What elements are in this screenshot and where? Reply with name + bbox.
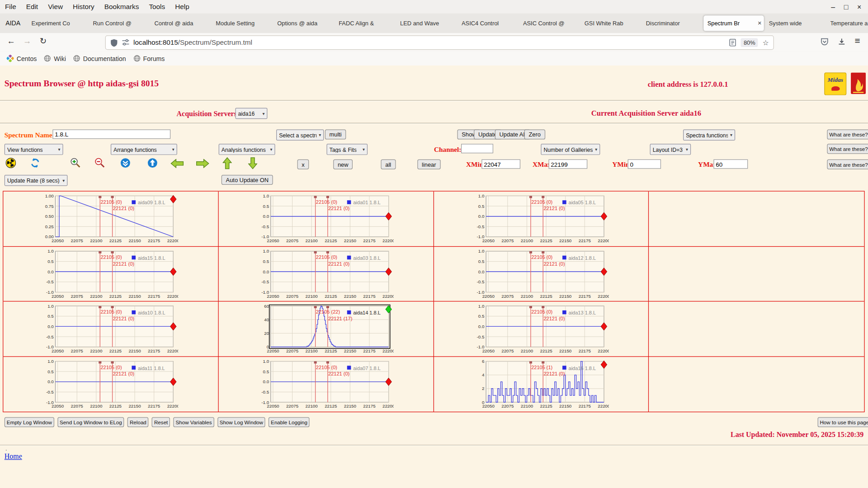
number-of-galleries-dropdown[interactable]: Number of Galleries▾ <box>541 144 600 155</box>
arrow-down-icon[interactable] <box>248 157 258 169</box>
tab-led-and-wave[interactable]: LED and Wave <box>396 15 457 31</box>
tab-asic-control[interactable]: ASIC Control @ <box>519 15 579 31</box>
tab-spectrum-br[interactable]: Spectrum Br× <box>703 15 764 31</box>
maximize-icon[interactable]: □ <box>844 3 849 10</box>
gallery-cell-aida10[interactable]: 1.00.50.0-0.5-1.022050220752210022125221… <box>3 301 218 357</box>
auto-update-button[interactable]: Auto Update ON <box>222 175 273 185</box>
gallery-cell-aida03[interactable]: 1.00.50.0-0.5-1.022050220752210022125221… <box>218 247 434 302</box>
radiation-icon[interactable] <box>5 158 16 168</box>
midas-logo[interactable]: Midas <box>824 72 846 95</box>
tab-module-setting[interactable]: Module Setting <box>212 15 272 31</box>
gallery-cell-aida16[interactable]: 6420220502207522100221252215022175222002… <box>434 357 649 412</box>
arrow-left-icon[interactable] <box>170 159 184 168</box>
gallery-cell-aida14[interactable]: 6040200220502207522100221252215022175222… <box>218 301 434 357</box>
gallery-cell-aida09[interactable]: 1.000.750.500.250.0022050220752210022125… <box>3 192 218 247</box>
ymax-input[interactable] <box>713 160 748 169</box>
zoom-out-icon[interactable] <box>94 157 105 168</box>
update-rate-dropdown[interactable]: Update Rate (8 secs)▾ <box>5 175 68 186</box>
shield-icon[interactable] <box>110 38 118 47</box>
refresh-icon[interactable] <box>30 158 40 168</box>
acquisition-server-dropdown[interactable]: aida16▾ <box>235 108 267 119</box>
menu-history[interactable]: History <box>68 3 99 10</box>
spectrum-name-input[interactable] <box>52 130 170 139</box>
experiment-logo[interactable] <box>851 72 866 94</box>
tab-system-wide[interactable]: System wide <box>765 15 825 31</box>
close-icon[interactable]: × <box>857 3 861 10</box>
downloads-icon[interactable] <box>838 38 846 48</box>
menu-view[interactable]: View <box>43 3 68 10</box>
tab-close-icon[interactable]: × <box>758 19 762 27</box>
scroll-up-icon[interactable] <box>147 158 158 168</box>
bookmark-forums[interactable]: Forums <box>131 54 170 63</box>
gallery-cell-aida07[interactable]: 1.00.50.0-0.5-1.022050220752210022125221… <box>218 357 434 412</box>
menu-edit[interactable]: Edit <box>21 3 43 10</box>
ymin-input[interactable] <box>628 160 661 169</box>
bookmark-centos[interactable]: Centos <box>5 54 42 63</box>
permissions-icon[interactable] <box>122 39 129 47</box>
url-input[interactable]: localhost:8015/Spectrum/Spectrum.tml 80%… <box>105 35 774 50</box>
minimize-icon[interactable]: – <box>831 3 835 10</box>
reader-mode-icon[interactable] <box>729 39 736 47</box>
xmax-input[interactable] <box>548 160 587 169</box>
gallery-cell-aida05[interactable]: 1.00.50.0-0.5-1.022050220752210022125221… <box>434 192 649 247</box>
tab-gsi-white-rab[interactable]: GSI White Rab <box>580 15 641 31</box>
new-button[interactable]: new <box>333 160 353 169</box>
channel-input[interactable] <box>461 144 493 153</box>
reload-button[interactable]: ↻ <box>37 36 50 46</box>
tab-experiment-co[interactable]: Experiment Co <box>28 15 88 31</box>
menu-bookmarks[interactable]: Bookmarks <box>99 3 144 10</box>
back-button[interactable]: ← <box>5 36 18 46</box>
tab-control-aida[interactable]: Control @ aida <box>151 15 211 31</box>
bookmark-documentation[interactable]: Documentation <box>71 54 131 63</box>
analysis-functions-dropdown[interactable]: Analysis functions▾ <box>219 144 275 155</box>
home-link[interactable]: Home <box>5 452 22 461</box>
xmin-input[interactable] <box>481 160 520 169</box>
what-are-these-button-2[interactable]: What are these? <box>827 144 868 154</box>
show-variables-button[interactable]: Show Variables <box>174 417 214 427</box>
multi-button[interactable]: multi <box>325 130 346 140</box>
show-log-window-button[interactable]: Show Log Window <box>217 417 265 427</box>
layout-id-dropdown[interactable]: Layout ID=3▾ <box>650 144 691 155</box>
gallery-cell-aida15[interactable]: 1.00.50.0-0.5-1.022050220752210022125221… <box>3 247 218 302</box>
tab-discriminator[interactable]: Discriminator <box>642 15 702 31</box>
zero-button[interactable]: Zero <box>524 130 545 140</box>
all-button[interactable]: all <box>381 160 395 169</box>
how-to-use-button[interactable]: How to use this page <box>818 417 868 427</box>
tab-options-aida[interactable]: Options @ aida <box>274 15 334 31</box>
tab-fadc-align[interactable]: FADC Align & <box>335 15 395 31</box>
gallery-cell-aida12[interactable]: 1.00.50.0-0.5-1.022050220752210022125221… <box>434 247 649 302</box>
gallery-cell-aida13[interactable]: 1.00.50.0-0.5-1.022050220752210022125221… <box>434 301 649 357</box>
empty-log-window-button[interactable]: Empty Log Window <box>5 417 54 427</box>
linear-button[interactable]: linear <box>417 160 440 169</box>
bookmark-star-icon[interactable]: ☆ <box>763 38 769 47</box>
gallery-cell-aida01[interactable]: 1.00.50.0-0.5-1.022050220752210022125221… <box>218 192 434 247</box>
what-are-these-button-1[interactable]: What are these? <box>827 130 868 140</box>
zoom-level-badge[interactable]: 80% <box>741 38 758 47</box>
hamburger-menu-icon[interactable]: ≡ <box>855 35 860 46</box>
scroll-down-icon[interactable] <box>120 158 131 168</box>
select-spectrum-dropdown[interactable]: Select a spectrum▾ <box>276 130 324 141</box>
reset-button[interactable]: Reset <box>152 417 170 427</box>
arrow-right-icon[interactable] <box>196 159 209 168</box>
view-functions-dropdown[interactable]: View functions▾ <box>5 144 63 155</box>
gallery-cell-aida11[interactable]: 1.00.50.0-0.5-1.022050220752210022125221… <box>3 357 218 412</box>
menu-tools[interactable]: Tools <box>144 3 170 10</box>
zoom-in-icon[interactable] <box>70 157 80 168</box>
menu-file[interactable]: File <box>0 3 21 10</box>
pocket-icon[interactable] <box>821 38 829 48</box>
send-log-window-to-elog-button[interactable]: Send Log Window to ELog <box>57 417 124 427</box>
tab-temperature-a[interactable]: Temperature a <box>826 15 868 31</box>
tab-run-control[interactable]: Run Control @ <box>89 15 149 31</box>
bookmark-wiki[interactable]: Wiki <box>42 54 71 63</box>
reload-button[interactable]: Reload <box>127 417 149 427</box>
arrange-functions-dropdown[interactable]: Arrange functions▾ <box>111 144 177 155</box>
menu-help[interactable]: Help <box>170 3 194 10</box>
spectra-functions-dropdown[interactable]: Spectra functions▾ <box>683 130 735 141</box>
tags-fits-dropdown[interactable]: Tags & Fits▾ <box>326 144 368 155</box>
x-button[interactable]: x <box>297 160 309 169</box>
arrow-up-icon[interactable] <box>222 157 232 169</box>
tab-asic4-control[interactable]: ASIC4 Control <box>458 15 518 31</box>
enable-logging-button[interactable]: Enable Logging <box>269 417 310 427</box>
what-are-these-button-3[interactable]: What are these? <box>827 160 868 169</box>
tab-aida[interactable]: AIDA <box>0 20 27 27</box>
